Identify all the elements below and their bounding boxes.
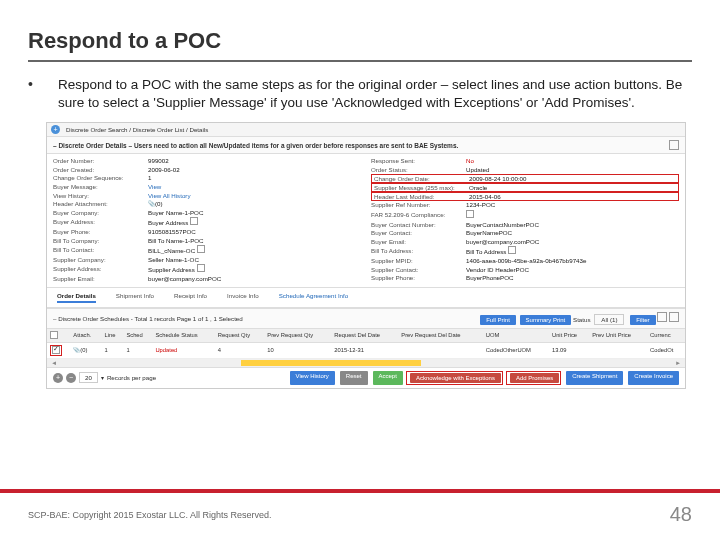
full-print-button[interactable]: Full Print bbox=[480, 315, 516, 325]
field-value: Buyer Address bbox=[148, 217, 361, 226]
tabs-row: Order DetailsShipment InfoReceipt InfoIn… bbox=[47, 287, 685, 308]
field-label: FAR 52.209-6 Compliance: bbox=[371, 211, 466, 218]
add-promises-button[interactable]: Add Promises bbox=[510, 373, 559, 383]
field-label: Supplier MPID: bbox=[371, 257, 466, 264]
cell bbox=[398, 342, 483, 358]
cell: CodedOt bbox=[647, 342, 685, 358]
scroll-left-icon[interactable]: ◄ bbox=[47, 359, 61, 366]
field-value: BILL_cName-OC bbox=[148, 245, 361, 254]
tab-schedule-agreement-info[interactable]: Schedule Agreement Info bbox=[279, 292, 349, 303]
select-all-checkbox[interactable] bbox=[50, 331, 58, 339]
tab-receipt-info[interactable]: Receipt Info bbox=[174, 292, 207, 303]
field-value bbox=[466, 210, 679, 219]
scroll-right-icon[interactable]: ► bbox=[671, 359, 685, 366]
field-value[interactable]: View All History bbox=[148, 192, 361, 199]
pager-label: Records per page bbox=[107, 374, 156, 381]
tab-order-details[interactable]: Order Details bbox=[57, 292, 96, 303]
field-label: Change Order Date: bbox=[374, 175, 469, 182]
view-history-button[interactable]: View History bbox=[290, 371, 335, 385]
field-label: Bill To Address: bbox=[371, 247, 466, 254]
bullet-text: Respond to a POC with the same steps as … bbox=[58, 76, 692, 112]
schedules-table: Attach.LineSchedSchedule StatusRequest Q… bbox=[47, 329, 685, 359]
horizontal-scrollbar[interactable]: ◄ ► bbox=[47, 359, 685, 367]
column-header[interactable]: Request Qty bbox=[215, 329, 264, 343]
field-label: Buyer Address: bbox=[53, 218, 148, 225]
column-header[interactable]: Request Del Date bbox=[331, 329, 398, 343]
field-value: 2015-04-06 bbox=[469, 193, 676, 200]
acknowledge-with-exceptions-button[interactable]: Acknowledge with Exceptions bbox=[410, 373, 501, 383]
page-size[interactable]: 20 bbox=[79, 372, 98, 383]
copy-icon[interactable] bbox=[197, 264, 205, 272]
field-value: Bill To Name-1-POC bbox=[148, 237, 361, 244]
field-label: Header Last Modified: bbox=[374, 193, 469, 200]
field-value: 9105081557POC bbox=[148, 228, 361, 235]
copy-icon[interactable] bbox=[197, 245, 205, 253]
details-header: – Discrete Order Details – Users need to… bbox=[47, 137, 685, 154]
field-value: BuyerContactNumberPOC bbox=[466, 221, 679, 228]
field-label: Order Created: bbox=[53, 166, 148, 173]
status-value[interactable]: All (1) bbox=[594, 314, 624, 325]
column-header[interactable]: Unit Price bbox=[549, 329, 589, 343]
remove-row-icon[interactable]: − bbox=[66, 373, 76, 383]
column-header[interactable]: Attach. bbox=[70, 329, 101, 343]
column-header[interactable]: Currenc bbox=[647, 329, 685, 343]
create-invoice-button[interactable]: Create Invoice bbox=[628, 371, 679, 385]
column-header[interactable]: Prev Request Qty bbox=[264, 329, 331, 343]
bullet-marker: • bbox=[28, 76, 40, 112]
table-row[interactable]: 📎(0)11Updated4102015-12-31CodedOtherUOM1… bbox=[47, 342, 685, 358]
field-value: BuyerPhonePOC bbox=[466, 274, 679, 281]
edit-icon[interactable] bbox=[669, 140, 679, 150]
summary-print-button[interactable]: Summary Print bbox=[520, 315, 572, 325]
add-icon[interactable]: + bbox=[51, 125, 60, 134]
cell: CodedOtherUOM bbox=[483, 342, 549, 358]
field-value: buyer@company.comPOC bbox=[466, 238, 679, 245]
accept-button[interactable]: Accept bbox=[373, 371, 403, 385]
column-header[interactable]: Line bbox=[101, 329, 123, 343]
column-header[interactable]: Prev Request Del Date bbox=[398, 329, 483, 343]
field-label: Supplier Ref Number: bbox=[371, 201, 466, 208]
copyright: SCP-BAE: Copyright 2015 Exostar LLC. All… bbox=[28, 510, 272, 520]
tab-shipment-info[interactable]: Shipment Info bbox=[116, 292, 154, 303]
field-value: Updated bbox=[466, 166, 679, 173]
copy-icon[interactable] bbox=[190, 217, 198, 225]
field-label: Supplier Phone: bbox=[371, 274, 466, 281]
field-label: Order Status: bbox=[371, 166, 466, 173]
create-shipment-button[interactable]: Create Shipment bbox=[566, 371, 623, 385]
row-checkbox[interactable] bbox=[52, 346, 60, 354]
edit-icon-2[interactable] bbox=[669, 312, 679, 322]
field-label: Supplier Message (255 max): bbox=[374, 184, 469, 191]
page-title: Respond to a POC bbox=[28, 28, 692, 62]
field-value: 2009-06-02 bbox=[148, 166, 361, 173]
field-label: Supplier Contact: bbox=[371, 266, 466, 273]
cell: Updated bbox=[152, 342, 214, 358]
export-icon[interactable] bbox=[657, 312, 667, 322]
column-header[interactable]: Sched bbox=[123, 329, 152, 343]
field-value: 999002 bbox=[148, 157, 361, 164]
field-label: Supplier Company: bbox=[53, 256, 148, 263]
column-header[interactable]: UOM bbox=[483, 329, 549, 343]
add-row-icon[interactable]: + bbox=[53, 373, 63, 383]
field-value: BuyerNamePOC bbox=[466, 229, 679, 236]
reset-button[interactable]: Reset bbox=[340, 371, 368, 385]
copy-icon[interactable] bbox=[508, 246, 516, 254]
column-header[interactable]: Prev Unit Price bbox=[589, 329, 647, 343]
breadcrumb-bar: + Discrete Order Search / Discrete Order… bbox=[47, 123, 685, 137]
cell: 📎(0) bbox=[70, 342, 101, 358]
schedules-controls: Full Print Summary Print Status All (1) … bbox=[478, 312, 679, 325]
pager-controls: + − 20 ▾ Records per page bbox=[53, 372, 156, 383]
field-value: Bill To Address bbox=[466, 246, 679, 255]
tab-invoice-info[interactable]: Invoice Info bbox=[227, 292, 259, 303]
field-label: Bill To Company: bbox=[53, 237, 148, 244]
filter-button[interactable]: Filter bbox=[630, 315, 655, 325]
cell: 2015-12-31 bbox=[331, 342, 398, 358]
column-header[interactable]: Schedule Status bbox=[152, 329, 214, 343]
field-label: Supplier Email: bbox=[53, 275, 148, 282]
checkbox[interactable] bbox=[466, 210, 474, 218]
app-screenshot: + Discrete Order Search / Discrete Order… bbox=[46, 122, 686, 388]
field-label: Order Number: bbox=[53, 157, 148, 164]
status-label: Status bbox=[573, 316, 591, 323]
field-value[interactable]: View bbox=[148, 183, 361, 190]
breadcrumb: Discrete Order Search / Discrete Order L… bbox=[66, 126, 208, 133]
cell: 13.09 bbox=[549, 342, 589, 358]
field-label: Buyer Contact: bbox=[371, 229, 466, 236]
